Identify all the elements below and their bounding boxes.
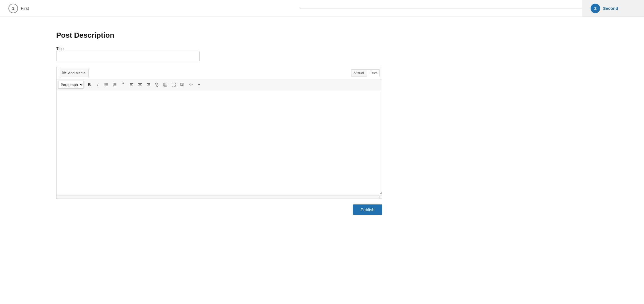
main-content: Post Description Title Add Media V — [0, 17, 506, 226]
svg-rect-20 — [138, 83, 142, 84]
step-divider — [300, 8, 582, 8]
svg-rect-11 — [114, 84, 116, 84]
link-button[interactable] — [153, 81, 161, 89]
svg-rect-15 — [114, 86, 116, 86]
svg-rect-9 — [105, 86, 108, 86]
svg-rect-27 — [148, 86, 150, 86]
editor-body[interactable] — [57, 90, 382, 194]
align-center-button[interactable] — [136, 81, 144, 89]
svg-rect-41 — [182, 85, 183, 85]
fullscreen-button[interactable] — [170, 81, 178, 89]
add-media-icon — [62, 70, 66, 76]
svg-rect-21 — [139, 84, 141, 85]
svg-rect-37 — [182, 84, 183, 84]
ordered-list-button[interactable]: 1. 2. 3. — [111, 81, 119, 89]
add-media-button[interactable]: Add Media — [59, 69, 89, 77]
code-button[interactable]: <> — [187, 81, 195, 89]
page-title: Post Description — [56, 31, 450, 40]
blockquote-button[interactable]: " — [119, 81, 127, 89]
add-media-label: Add Media — [68, 71, 85, 75]
editor-toolbar: Paragraph B I 1. — [57, 79, 382, 90]
ul-icon — [104, 83, 108, 87]
svg-rect-16 — [130, 83, 133, 84]
svg-rect-17 — [130, 84, 132, 85]
svg-rect-4 — [105, 83, 105, 84]
ol-icon: 1. 2. 3. — [113, 83, 117, 87]
svg-rect-26 — [147, 85, 150, 85]
svg-rect-22 — [138, 85, 142, 85]
italic-button[interactable]: I — [94, 81, 102, 89]
title-input[interactable] — [56, 51, 200, 61]
svg-rect-35 — [181, 84, 182, 84]
fullscreen-icon — [172, 83, 176, 87]
svg-rect-39 — [181, 85, 182, 85]
svg-rect-19 — [130, 86, 132, 86]
bold-button[interactable]: B — [85, 81, 93, 89]
link-icon — [155, 83, 159, 87]
svg-rect-13 — [114, 85, 116, 85]
svg-rect-6 — [105, 84, 105, 85]
more-button[interactable]: ▼ — [195, 81, 203, 89]
svg-rect-7 — [105, 85, 108, 85]
tab-text[interactable]: Text — [367, 69, 380, 76]
keyboard-icon — [180, 83, 184, 86]
align-left-icon — [130, 83, 134, 87]
svg-line-28 — [156, 84, 157, 85]
table-button[interactable] — [161, 81, 169, 89]
steps-header: 1 First 2 Second — [0, 0, 644, 17]
tab-visual[interactable]: Visual — [351, 69, 367, 76]
svg-rect-40 — [182, 85, 182, 85]
svg-rect-38 — [183, 84, 184, 84]
resize-icon: ⇳ — [378, 195, 381, 199]
editor-wrapper: Add Media Visual Text Paragraph B I — [56, 67, 382, 199]
title-label: Title — [56, 46, 64, 51]
keyboard-button[interactable] — [178, 81, 186, 89]
svg-rect-18 — [130, 85, 133, 85]
publish-button[interactable]: Publish — [353, 204, 382, 215]
step-1-circle: 1 — [8, 4, 18, 13]
svg-rect-29 — [164, 83, 167, 86]
view-tabs: Visual Text — [351, 69, 380, 76]
align-center-icon — [138, 83, 142, 87]
unordered-list-button[interactable] — [102, 81, 110, 89]
svg-rect-8 — [105, 85, 105, 86]
step-2-label: Second — [603, 6, 618, 11]
svg-rect-25 — [148, 84, 150, 85]
svg-rect-5 — [105, 84, 108, 84]
align-right-button[interactable] — [144, 81, 152, 89]
editor-topbar: Add Media Visual Text — [57, 67, 382, 79]
step-2-circle: 2 — [591, 4, 600, 13]
align-left-button[interactable] — [128, 81, 135, 89]
align-right-icon — [146, 83, 150, 87]
table-icon — [163, 83, 167, 87]
svg-rect-36 — [182, 84, 182, 84]
paragraph-select[interactable]: Paragraph — [58, 81, 84, 89]
step-first[interactable]: 1 First — [0, 4, 300, 13]
svg-rect-24 — [147, 83, 150, 84]
svg-rect-23 — [139, 86, 141, 86]
publish-row: Publish — [56, 204, 382, 215]
svg-rect-43 — [181, 85, 183, 86]
svg-rect-42 — [183, 85, 184, 85]
step-1-label: First — [21, 6, 29, 11]
editor-resize-handle[interactable]: ⇳ — [57, 195, 382, 199]
step-second[interactable]: 2 Second — [582, 0, 644, 17]
